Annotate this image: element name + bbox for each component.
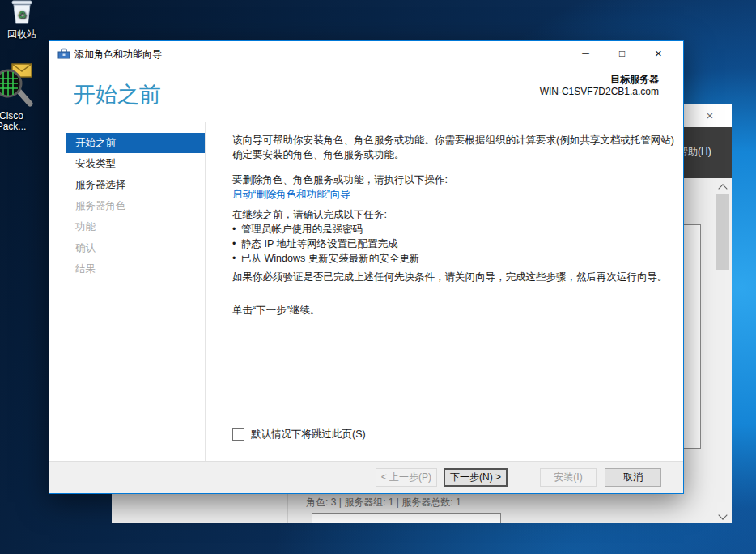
list-item: 静态 IP 地址等网络设置已配置完成 [232, 237, 676, 251]
recycle-bin-icon: ♻ [1, 0, 43, 28]
previous-button[interactable]: < 上一步(P) [376, 468, 437, 487]
prerequisite-list: 管理员帐户使用的是强密码 静态 IP 地址等网络设置已配置完成 已从 Windo… [232, 222, 676, 266]
scroll-down-button[interactable] [716, 509, 730, 523]
server-manager-close-button[interactable]: × [699, 106, 721, 125]
list-item: 已从 Windows 更新安装最新的安全更新 [232, 251, 676, 266]
next-button[interactable]: 下一步(N) > [444, 468, 508, 487]
add-roles-wizard-window: 添加角色和功能向导 ─ □ × 开始之前 目标服务器 WIN-C1SVF7D2C… [49, 40, 684, 494]
intro-paragraph: 该向导可帮助你安装角色、角色服务或功能。你需要根据组织的计算要求(例如共享文档或… [232, 133, 676, 162]
chevron-down-icon [718, 510, 727, 519]
maximize-icon: □ [619, 48, 625, 59]
sidebar-item-before-you-begin[interactable]: 开始之前 [66, 133, 205, 153]
list-item: 管理员帐户使用的是强密码 [232, 222, 676, 237]
minimize-icon: ─ [582, 48, 589, 59]
desktop-icon-recycle-bin[interactable]: ♻ 回收站 [1, 0, 43, 40]
svg-text:♻: ♻ [17, 9, 27, 21]
close-icon: × [707, 109, 714, 122]
window-title: 添加角色和功能向导 [74, 48, 162, 62]
minimize-button[interactable]: ─ [567, 41, 604, 66]
install-button[interactable]: 安装(I) [540, 468, 597, 487]
verify-note: 如果你必须验证是否已完成上述任何先决条件，请关闭向导，完成这些步骤，然后再次运行… [232, 270, 676, 284]
wizard-steps-sidebar: 开始之前 安装类型 服务器选择 服务器角色 功能 确认 结果 [66, 133, 205, 280]
wizard-footer: < 上一步(P) 下一步(N) > 安装(I) 取消 [49, 461, 683, 493]
sidebar-item-installation-type[interactable]: 安装类型 [66, 154, 205, 174]
target-server-label: 目标服务器 [540, 74, 659, 86]
cancel-button[interactable]: 取消 [605, 468, 661, 487]
cisco-packet-tracer-icon [0, 62, 37, 109]
panel-divider [287, 494, 288, 523]
sidebar-item-features: 功能 [66, 217, 205, 237]
sidebar-item-confirmation: 确认 [66, 238, 205, 258]
wizard-content: 该向导可帮助你安装角色、角色服务或功能。你需要根据组织的计算要求(例如共享文档或… [206, 122, 685, 462]
sidebar-item-results: 结果 [66, 259, 205, 279]
desktop: ♻ 回收站 Cisco Pack... × 帮助(H) [0, 0, 756, 554]
scrollbar-thumb[interactable] [716, 194, 729, 270]
desktop-icon-cisco-packet-tracer[interactable]: Cisco Pack... [0, 62, 37, 132]
confirm-intro: 在继续之前，请确认完成以下任务: [232, 207, 676, 222]
skip-page-checkbox[interactable] [232, 428, 244, 441]
maximize-button[interactable]: □ [604, 41, 640, 66]
chevron-up-icon [718, 184, 727, 193]
sidebar-item-server-roles: 服务器角色 [66, 196, 205, 216]
wizard-toolbox-icon [57, 47, 70, 63]
wizard-body: 开始之前 安装类型 服务器选择 服务器角色 功能 确认 结果 该向导可帮助你安装… [49, 122, 683, 462]
scroll-up-button[interactable] [716, 180, 730, 194]
server-manager-scrollbar[interactable] [716, 180, 730, 523]
skip-page-row: 默认情况下将跳过此页(S) [232, 427, 676, 441]
desktop-icon-label: Pack... [0, 121, 37, 132]
sidebar-item-server-selection[interactable]: 服务器选择 [66, 175, 205, 195]
remove-roles-wizard-link[interactable]: 启动“删除角色和功能”向导 [232, 187, 676, 202]
wizard-titlebar[interactable]: 添加角色和功能向导 ─ □ × [49, 41, 683, 66]
desktop-icon-label: 回收站 [1, 29, 43, 40]
next-hint: 单击“下一步”继续。 [232, 303, 676, 317]
page-title: 开始之前 [74, 80, 161, 109]
close-button[interactable]: × [640, 41, 677, 66]
close-icon: × [655, 46, 662, 60]
skip-page-checkbox-label: 默认情况下将跳过此页(S) [251, 427, 366, 441]
target-server-value: WIN-C1SVF7D2CB1.a.com [540, 86, 659, 98]
roles-server-stats: 角色: 3 | 服务器组: 1 | 服务器总数: 1 [306, 496, 461, 509]
dashboard-tile [312, 513, 501, 523]
remove-instruction: 要删除角色、角色服务或功能，请执行以下操作: [232, 173, 676, 187]
